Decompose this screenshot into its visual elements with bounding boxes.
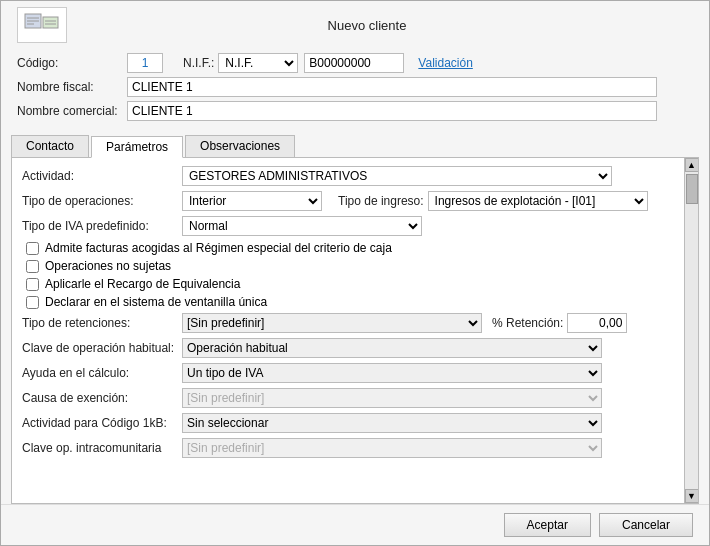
window-icon [17, 7, 67, 43]
actividad-label: Actividad: [22, 169, 182, 183]
scrollbar-up-button[interactable]: ▲ [685, 158, 699, 172]
codigo-label: Código: [17, 56, 127, 70]
causa-exencion-row: Causa de exención: [Sin predefinir] [22, 388, 688, 408]
checkbox-operaciones-no-sujetas-row: Operaciones no sujetas [22, 259, 688, 273]
checkbox-operaciones-no-sujetas[interactable] [26, 260, 39, 273]
tab-contacto[interactable]: Contacto [11, 135, 89, 157]
window-title: Nuevo cliente [85, 18, 709, 33]
checkbox-ventanilla[interactable] [26, 296, 39, 309]
tipo-iva-row: Tipo de IVA predefinido: Normal [22, 216, 688, 236]
tipo-ingreso-label: Tipo de ingreso: [338, 194, 424, 208]
actividad-select[interactable]: GESTORES ADMINISTRATIVOS [182, 166, 612, 186]
checkbox-recargo-row: Aplicarle el Recargo de Equivalencia [22, 277, 688, 291]
clave-intracomunitaria-label: Clave op. intracomunitaria [22, 441, 182, 455]
actividad-codigo-select[interactable]: Sin seleccionar [182, 413, 602, 433]
clave-intracomunitaria-row: Clave op. intracomunitaria [Sin predefin… [22, 438, 688, 458]
scrollbar-down-button[interactable]: ▼ [685, 489, 699, 503]
nif-input[interactable] [304, 53, 404, 73]
clave-intracomunitaria-select[interactable]: [Sin predefinir] [182, 438, 602, 458]
nombre-comercial-row: Nombre comercial: [17, 101, 693, 121]
checkbox-criterio-caja-label: Admite facturas acogidas al Régimen espe… [45, 241, 392, 255]
tipo-operaciones-row: Tipo de operaciones: Interior Tipo de in… [22, 191, 688, 211]
tab-content-parametros: ► Actividad: GESTORES ADMINISTRATIVOS Ti… [11, 157, 699, 504]
nif-label: N.I.F.: [183, 56, 214, 70]
tipo-retenciones-select[interactable]: [Sin predefinir] [182, 313, 482, 333]
nombre-fiscal-row: Nombre fiscal: [17, 77, 693, 97]
codigo-input[interactable] [127, 53, 163, 73]
pct-retencion-input[interactable] [567, 313, 627, 333]
client-icon [24, 12, 60, 38]
checkbox-criterio-caja[interactable] [26, 242, 39, 255]
aceptar-button[interactable]: Aceptar [504, 513, 591, 537]
cancelar-button[interactable]: Cancelar [599, 513, 693, 537]
ayuda-calculo-label: Ayuda en el cálculo: [22, 366, 182, 380]
actividad-codigo-label: Actividad para Código 1kB: [22, 416, 182, 430]
tipo-retenciones-label: Tipo de retenciones: [22, 316, 182, 330]
nif-type-select[interactable]: N.I.F. [218, 53, 298, 73]
causa-exencion-select[interactable]: [Sin predefinir] [182, 388, 602, 408]
checkbox-criterio-caja-row: Admite facturas acogidas al Régimen espe… [22, 241, 688, 255]
codigo-row: Código: N.I.F.: N.I.F. Validación [17, 53, 693, 73]
tab-observaciones[interactable]: Observaciones [185, 135, 295, 157]
tipo-operaciones-select[interactable]: Interior [182, 191, 322, 211]
nombre-comercial-label: Nombre comercial: [17, 104, 127, 118]
main-window: Nuevo cliente Código: N.I.F.: N.I.F. Val… [0, 0, 710, 546]
checkbox-recargo-label: Aplicarle el Recargo de Equivalencia [45, 277, 240, 291]
checkbox-ventanilla-label: Declarar en el sistema de ventanilla úni… [45, 295, 267, 309]
title-bar: Nuevo cliente [1, 1, 709, 47]
checkbox-ventanilla-row: Declarar en el sistema de ventanilla úni… [22, 295, 688, 309]
left-arrow-icon: ► [11, 325, 12, 336]
ayuda-calculo-select[interactable]: Un tipo de IVA [182, 363, 602, 383]
svg-rect-4 [43, 17, 58, 28]
actividad-row: Actividad: GESTORES ADMINISTRATIVOS [22, 166, 688, 186]
clave-op-select[interactable]: Operación habitual [182, 338, 602, 358]
tab-parametros[interactable]: Parámetros [91, 136, 183, 158]
tipo-retenciones-row: Tipo de retenciones: [Sin predefinir] % … [22, 313, 688, 333]
nombre-fiscal-label: Nombre fiscal: [17, 80, 127, 94]
ayuda-calculo-row: Ayuda en el cálculo: Un tipo de IVA [22, 363, 688, 383]
checkbox-operaciones-no-sujetas-label: Operaciones no sujetas [45, 259, 171, 273]
causa-exencion-label: Causa de exención: [22, 391, 182, 405]
scrollbar-thumb[interactable] [686, 174, 698, 204]
actividad-codigo-row: Actividad para Código 1kB: Sin seleccion… [22, 413, 688, 433]
tipo-ingreso-select[interactable]: Ingresos de explotación - [I01] [428, 191, 648, 211]
tipo-iva-label: Tipo de IVA predefinido: [22, 219, 182, 233]
form-header: Código: N.I.F.: N.I.F. Validación Nombre… [1, 47, 709, 131]
clave-op-row: Clave de operación habitual: Operación h… [22, 338, 688, 358]
checkbox-recargo[interactable] [26, 278, 39, 291]
footer: Aceptar Cancelar [1, 504, 709, 545]
scrollbar[interactable]: ▲ ▼ [684, 158, 698, 503]
tipo-operaciones-label: Tipo de operaciones: [22, 194, 182, 208]
pct-retencion-label: % Retención: [492, 316, 563, 330]
nombre-fiscal-input[interactable] [127, 77, 657, 97]
validacion-link[interactable]: Validación [418, 56, 472, 70]
tab-bar: Contacto Parámetros Observaciones [1, 135, 709, 157]
nombre-comercial-input[interactable] [127, 101, 657, 121]
clave-op-label: Clave de operación habitual: [22, 341, 182, 355]
tipo-iva-select[interactable]: Normal [182, 216, 422, 236]
